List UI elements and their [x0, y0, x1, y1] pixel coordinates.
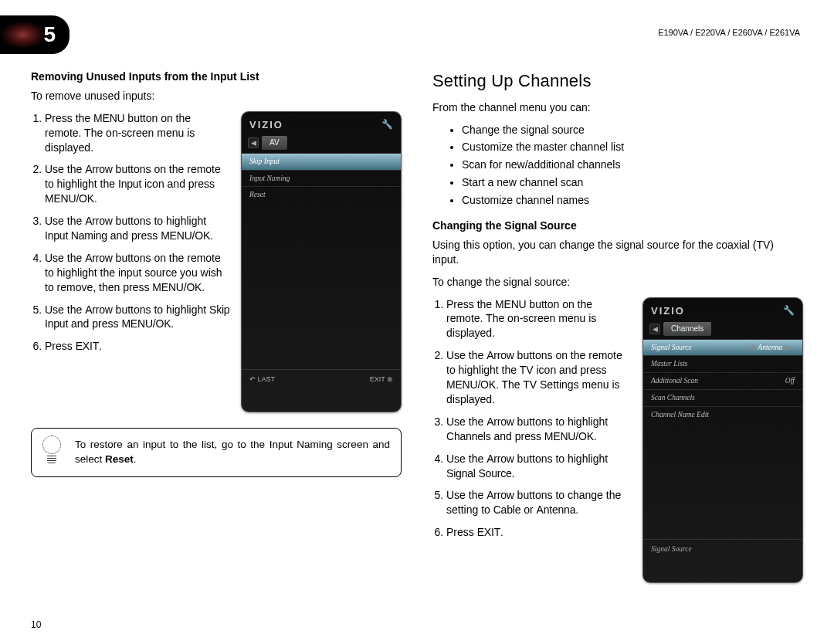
lightbulb-icon — [39, 436, 64, 469]
step: Press EXIT. — [446, 525, 632, 540]
tv-tab: AV — [262, 136, 287, 150]
list-item: Scan for new/additional channels — [462, 158, 803, 172]
step: Press EXIT. — [45, 339, 230, 354]
chapter-number: 5 — [43, 22, 56, 47]
chapter-badge: 5 — [0, 15, 70, 54]
step: Use the Arrow buttons on the remote to h… — [45, 251, 230, 295]
tv-menu-row: Input Naming — [242, 170, 401, 187]
tv-menu-row: Skip Input — [242, 153, 401, 170]
step: Use the Arrow buttons to change the sett… — [446, 488, 632, 517]
left-column: Removing Unused Inputs from the Input Li… — [31, 69, 402, 583]
wrench-icon: 🔧 — [783, 304, 795, 317]
page-number: 10 — [31, 619, 41, 630]
step: Use the Arrow buttons on the remote to h… — [45, 162, 230, 206]
description: Using this option, you can change the si… — [432, 238, 803, 267]
wrench-icon: 🔧 — [381, 118, 393, 130]
step: Use the Arrow buttons to highlight Chann… — [446, 415, 632, 444]
subsection-heading: Changing the Signal Source — [432, 219, 803, 233]
list-item: Start a new channel scan — [462, 175, 803, 190]
steps-with-screenshot: Press the MENU button on the remote. The… — [31, 111, 402, 412]
right-column: Setting Up Channels From the channel men… — [432, 69, 803, 583]
step: Use the Arrow buttons on the remote to h… — [446, 348, 632, 407]
back-icon: ◀ — [248, 137, 259, 148]
tv-tab: Channels — [663, 322, 711, 336]
list-item: Change the signal source — [462, 123, 803, 137]
bullet-list: Change the signal source Customize the m… — [462, 123, 803, 208]
tv-menu-row: Signal Source ◀Antenna▶ — [643, 339, 802, 356]
tv-menu-screenshot-input: VIZIO 🔧 ◀ AV Skip Input Input Naming Res… — [241, 111, 402, 412]
step: Press the MENU button on the remote. The… — [45, 111, 230, 155]
intro-text: To remove unused inputs: — [31, 89, 402, 103]
numbered-steps: Press the MENU button on the remote. The… — [446, 297, 632, 547]
model-numbers: E190VA / E220VA / E260VA / E261VA — [658, 28, 800, 37]
tv-menu-screenshot-channels: VIZIO 🔧 ◀ Channels Signal Source ◀Antenn… — [642, 297, 803, 583]
tv-menu-row: Scan Channels — [643, 389, 802, 406]
intro-text: From the channel menu you can: — [432, 100, 803, 115]
numbered-steps: Press the MENU button on the remote. The… — [45, 111, 230, 361]
list-item: Customize the master channel list — [462, 140, 803, 154]
tv-logo: VIZIO — [249, 118, 283, 132]
intro-text: To change the signal source: — [432, 275, 803, 290]
tv-menu-row: Channel Name Edit — [643, 406, 802, 423]
tv-logo: VIZIO — [651, 304, 685, 318]
step: Use the Arrow buttons to highlight Input… — [45, 214, 230, 243]
tip-callout: To restore an input to the list, go to t… — [31, 428, 402, 477]
step: Use the Arrow buttons to highlight Skip … — [45, 303, 230, 332]
section-heading: Removing Unused Inputs from the Input Li… — [31, 69, 402, 84]
tv-footer-exit: EXIT ⊗ — [370, 375, 393, 384]
manual-page: 5 E190VA / E220VA / E260VA / E261VA Remo… — [0, 0, 834, 644]
back-icon: ◀ — [649, 324, 660, 334]
section-title: Setting Up Channels — [432, 69, 803, 93]
tv-menu-row: Additional ScanOff — [643, 372, 802, 389]
tv-footer-last: ↶ LAST — [249, 375, 275, 384]
tv-menu-row: Reset — [242, 186, 401, 203]
steps-with-screenshot: Press the MENU button on the remote. The… — [432, 297, 803, 583]
two-column-layout: Removing Unused Inputs from the Input Li… — [31, 69, 803, 583]
step: Use the Arrow buttons to highlight Signa… — [446, 452, 632, 481]
step: Press the MENU button on the remote. The… — [446, 297, 632, 341]
list-item: Customize channel names — [462, 193, 803, 208]
tv-status-bar: Signal Source — [643, 539, 802, 559]
tv-menu-row: Master Lists — [643, 355, 802, 372]
